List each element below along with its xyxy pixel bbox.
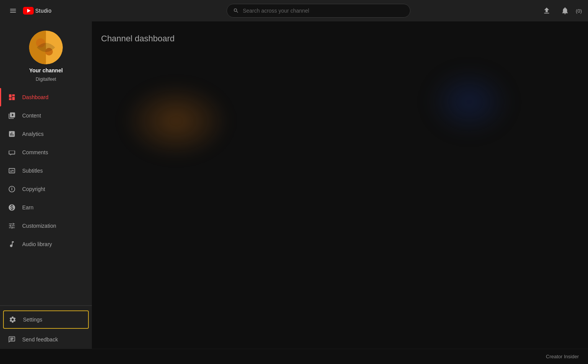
main-content: Channel dashboard (92, 21, 588, 349)
avatar-image (29, 31, 63, 64)
bell-icon (561, 7, 569, 15)
send-feedback-icon (8, 335, 16, 344)
header: Studio (0) (0, 0, 588, 21)
upload-button[interactable] (539, 3, 554, 18)
channel-avatar[interactable] (29, 31, 63, 64)
sidebar-item-copyright[interactable]: Copyright (0, 180, 92, 198)
sidebar-item-settings[interactable]: Settings (3, 310, 89, 329)
subtitles-icon (8, 166, 16, 175)
channel-handle: Digitalfeet (36, 77, 56, 82)
hamburger-icon (9, 7, 17, 15)
creator-insider-link[interactable]: Creator Insider (546, 354, 579, 359)
main-layout: Your channel Digitalfeet Dashboard (0, 21, 588, 349)
analytics-icon (8, 130, 16, 138)
sidebar-item-send-feedback[interactable]: Send feedback (0, 330, 92, 349)
copyright-label: Copyright (22, 186, 45, 192)
sidebar-item-earn[interactable]: Earn (0, 198, 92, 217)
notifications-button[interactable] (557, 3, 573, 18)
upload-icon (542, 7, 551, 15)
sidebar-item-content[interactable]: Content (0, 106, 92, 125)
settings-label: Settings (23, 317, 42, 323)
comments-label: Comments (22, 149, 48, 155)
customization-label: Customization (22, 223, 56, 229)
footer-bar: Creator Insider (0, 349, 588, 364)
sidebar-nav: Dashboard Content Analytics (0, 88, 92, 253)
copyright-icon (8, 185, 16, 193)
youtube-studio-logo[interactable]: Studio (23, 7, 52, 15)
channel-info: Your channel Digitalfeet (0, 21, 92, 88)
search-input[interactable] (243, 8, 404, 14)
notification-count: (0) (576, 8, 582, 14)
dashboard-icon (8, 93, 16, 101)
sidebar-item-comments[interactable]: Comments (0, 143, 92, 162)
studio-label: Studio (35, 8, 52, 14)
blurred-decoration-1 (122, 83, 230, 159)
youtube-icon (23, 7, 34, 15)
dashboard-label: Dashboard (22, 94, 49, 100)
sidebar-item-dashboard[interactable]: Dashboard (0, 88, 92, 106)
earn-icon (8, 203, 16, 212)
sidebar: Your channel Digitalfeet Dashboard (0, 21, 92, 349)
earn-label: Earn (22, 204, 34, 211)
header-left: Studio (6, 4, 98, 18)
menu-button[interactable] (6, 4, 20, 18)
analytics-label: Analytics (22, 131, 44, 137)
audio-library-icon (8, 240, 16, 248)
send-feedback-label: Send feedback (22, 336, 58, 343)
content-icon (8, 111, 16, 120)
subtitles-label: Subtitles (22, 168, 43, 174)
header-search (103, 4, 534, 18)
audio-library-label: Audio library (22, 241, 52, 247)
sidebar-item-analytics[interactable]: Analytics (0, 125, 92, 143)
settings-icon (8, 315, 17, 324)
sidebar-item-customization[interactable]: Customization (0, 217, 92, 235)
customization-icon (8, 222, 16, 230)
search-bar-container[interactable] (227, 4, 410, 18)
header-right: (0) (539, 3, 582, 18)
sidebar-item-subtitles[interactable]: Subtitles (0, 162, 92, 180)
content-label: Content (22, 113, 41, 119)
sidebar-item-audio-library[interactable]: Audio library (0, 235, 92, 253)
page-title: Channel dashboard (101, 34, 579, 44)
comments-icon (8, 148, 16, 157)
search-icon (233, 8, 239, 14)
blurred-decoration-2 (427, 67, 511, 136)
channel-name: Your channel (29, 67, 63, 73)
sidebar-bottom: Settings Send feedback (0, 305, 92, 349)
